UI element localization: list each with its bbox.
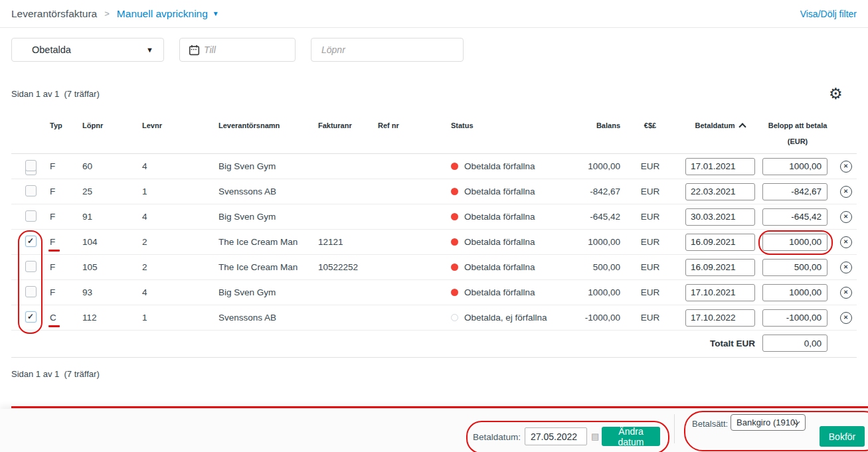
breadcrumb-root[interactable]: Leverantörsfaktura — [11, 8, 97, 20]
balans-value: -842,67 — [554, 187, 620, 196]
row-checkbox[interactable] — [25, 160, 37, 171]
betaldatum-input[interactable] — [685, 309, 755, 327]
status-filter-select[interactable]: Obetalda ▼ — [11, 38, 164, 62]
belopp-input[interactable] — [762, 158, 827, 175]
breadcrumb-current-dropdown[interactable]: Manuell avprickning ▼ — [117, 8, 219, 20]
typ-cell: C — [50, 305, 79, 330]
status-cell: Obetalda förfallna — [444, 237, 554, 247]
levnr-value: 2 — [142, 262, 218, 272]
remove-row-icon[interactable]: ✕ — [840, 161, 852, 173]
header-status: Status — [444, 121, 554, 130]
row-checkbox[interactable] — [25, 261, 37, 272]
lopnr-value: 91 — [79, 212, 142, 222]
till-date-input[interactable] — [200, 44, 295, 55]
lopnr-value: 25 — [79, 187, 142, 196]
typ-cell: F — [50, 230, 79, 254]
checkbox-cell — [11, 311, 50, 325]
footer-betalsatt-label: Betalsätt: — [692, 419, 728, 429]
remove-row-icon[interactable]: ✕ — [840, 312, 852, 324]
header-leverantorsnamn: Leverantörsnamn — [218, 121, 318, 130]
table-row: F 104 2 The Ice Cream Man 12121 Obetalda… — [11, 230, 857, 255]
belopp-cell — [760, 280, 835, 305]
lopnr-value: 104 — [79, 237, 142, 247]
remove-cell: ✕ — [835, 312, 857, 324]
footer-betaldatum-input[interactable] — [525, 427, 587, 445]
status-dot-icon — [451, 289, 458, 296]
status-text: Obetalda förfallna — [464, 237, 535, 247]
betaldatum-input[interactable] — [685, 234, 755, 251]
typ-cell: F — [50, 204, 79, 229]
balans-value: -645,42 — [554, 212, 620, 222]
levnr-value: 4 — [142, 287, 218, 297]
remove-row-icon[interactable]: ✕ — [840, 186, 852, 198]
levnr-value: 4 — [142, 161, 218, 171]
belopp-input[interactable] — [762, 309, 827, 327]
status-filter-value: Obetalda — [32, 44, 71, 55]
bokfor-button[interactable]: Bokför — [820, 426, 865, 447]
remove-row-icon[interactable]: ✕ — [840, 262, 852, 273]
balans-value: 1000,00 — [554, 161, 620, 171]
leverantorsnamn-value: Big Sven Gym — [218, 287, 318, 297]
status-dot-icon — [451, 238, 458, 246]
balans-value: 1000,00 — [554, 287, 620, 297]
row-checkbox[interactable] — [25, 210, 37, 222]
betaldatum-cell — [680, 208, 760, 226]
header-betaldatum-label: Betaldatum — [695, 121, 735, 130]
andra-datum-button[interactable]: Ändra datum — [602, 427, 660, 446]
belopp-input[interactable] — [762, 284, 827, 301]
lopnr-filter-input[interactable] — [311, 44, 463, 55]
leverantorsnamn-value: The Ice Cream Man — [218, 237, 318, 247]
remove-row-icon[interactable]: ✕ — [840, 287, 852, 299]
row-checkbox[interactable] — [25, 311, 37, 323]
leverantorsnamn-value: Big Sven Gym — [218, 212, 318, 222]
leverantorsnamn-value: Big Sven Gym — [218, 161, 318, 171]
currency-value: EUR — [620, 187, 680, 196]
belopp-input[interactable] — [762, 183, 827, 200]
currency-value: EUR — [620, 237, 680, 247]
betaldatum-input[interactable] — [685, 158, 755, 175]
remove-row-icon[interactable]: ✕ — [840, 236, 852, 248]
balans-value: 1000,00 — [554, 237, 620, 247]
belopp-cell — [760, 154, 835, 179]
currency-value: EUR — [620, 287, 680, 297]
dropdown-caret-icon: ▼ — [146, 46, 153, 54]
typ-value: F — [50, 237, 55, 247]
page-summary-top: Sidan 1 av 1 (7 träffar) — [11, 89, 100, 99]
balans-value: -1000,00 — [554, 313, 620, 323]
status-cell: Obetalda förfallna — [444, 212, 554, 222]
gear-icon[interactable]: ⚙ — [829, 86, 843, 102]
row-checkbox[interactable] — [25, 236, 37, 247]
show-hide-filter-link[interactable]: Visa/Dölj filter — [800, 9, 857, 19]
betaldatum-input[interactable] — [685, 183, 755, 200]
belopp-input[interactable] — [762, 259, 827, 276]
header-betaldatum-sort[interactable]: Betaldatum — [680, 121, 760, 130]
betaldatum-input[interactable] — [685, 259, 755, 276]
row-checkbox[interactable] — [25, 286, 37, 297]
belopp-cell — [760, 305, 835, 330]
belopp-cell — [760, 255, 835, 279]
betaldatum-input[interactable] — [685, 208, 755, 226]
remove-row-icon[interactable]: ✕ — [840, 211, 852, 223]
betaldatum-cell — [680, 259, 760, 276]
total-input[interactable] — [762, 335, 827, 352]
betalsatt-select[interactable]: Bankgiro (1910) — [731, 414, 806, 431]
balans-value: 500,00 — [554, 262, 620, 272]
betaldatum-input[interactable] — [685, 284, 755, 301]
typ-value: F — [50, 161, 55, 171]
typ-value: F — [50, 262, 55, 272]
till-date-field — [179, 38, 296, 62]
header-belopp-line2: (EUR) — [760, 137, 835, 146]
manual-reconciliation-page: Leverantörsfaktura > Manuell avprickning… — [0, 0, 868, 452]
row-checkbox[interactable] — [25, 185, 37, 196]
lopnr-value: 93 — [79, 287, 142, 297]
header-typ: Typ — [50, 121, 79, 130]
belopp-input[interactable] — [762, 234, 827, 251]
lopnr-filter-field — [311, 38, 464, 62]
status-dot-icon — [451, 163, 458, 170]
betaldatum-cell — [680, 158, 760, 175]
footer-calendar-icon[interactable]: ▤ — [591, 431, 599, 441]
checkbox-cell — [11, 286, 50, 299]
typ-value: C — [50, 313, 56, 323]
belopp-input[interactable] — [762, 208, 827, 226]
table-row: F 25 1 Svenssons AB Obetalda förfallna -… — [11, 179, 857, 204]
